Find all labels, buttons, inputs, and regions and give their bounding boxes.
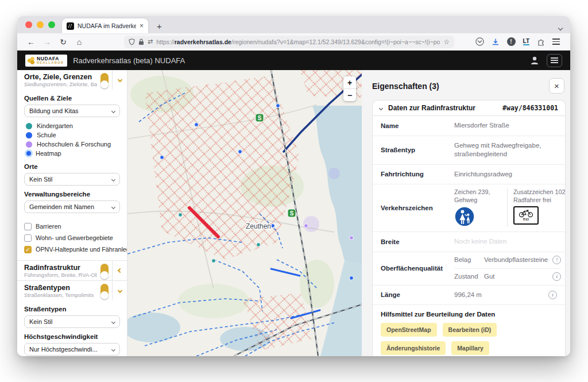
orte-label: Orte [24,163,120,170]
section-orte-ziele-grenzen[interactable]: Orte, Ziele, Grenzen Siedlungszentren, Z… [17,70,127,90]
info-icon[interactable]: i [548,291,557,299]
sign-zeichen-239: Zeichen 239, Gehweg [454,188,501,227]
legend-item-hochschulen: Hochschulen & Forschung [24,140,120,149]
app-menu-button[interactable] [547,54,562,67]
browser-toolbar: ← → ↻ ⌂ ⇄ https://radverkehrsatlas.de/re… [17,33,570,51]
tab-list-chevron-icon[interactable] [559,22,562,32]
chevron-down-icon [117,78,122,82]
new-tab-button[interactable]: + [157,21,162,31]
section-title: Radinfrastruktur [24,264,97,272]
legend-item-schule: Schule [24,130,120,140]
section-collapse-button[interactable] [113,70,127,90]
row-strassentyp: Straßentyp Gehweg mit Radwegfreigabe, st… [373,136,565,165]
map-graphics: S S Zeuthen [127,70,362,356]
languagetool-extension-icon[interactable]: LT [523,38,529,45]
shield-icon[interactable] [129,38,135,45]
openstreetmap-button[interactable]: OpenStreetMap [381,323,437,337]
minimize-window-button[interactable] [37,21,44,28]
browser-tab[interactable]: NUDAFA im Radverkehrsatlas × [62,18,148,33]
close-panel-button[interactable]: × [549,78,564,94]
mapillary-button[interactable]: Mapillary [451,341,489,355]
poi-legend: Kindergarten Schule Hochschulen & Forsch… [24,121,120,158]
svg-text:S: S [290,210,294,217]
user-icon[interactable] [529,55,540,65]
chevron-down-icon [111,109,115,113]
map-canvas[interactable]: S S Zeuthen + − [127,70,362,356]
properties-panel: Eigenschaften (3) × Daten zur Radinfrast… [362,70,570,356]
card-accordion-header[interactable]: Daten zur Radinfrastruktur #way/84633100… [373,101,565,116]
zoom-in-button[interactable]: + [343,76,356,88]
layer-sidebar: Orte, Ziele, Grenzen Siedlungszentren, Z… [17,70,127,356]
info-icon[interactable]: i [552,272,561,281]
desktop: NUDAFA im Radverkehrsatlas × + ← → ↻ ⌂ ⇄ [0,0,588,382]
checkbox-wohn-gewerbegebiete[interactable]: Wohn- und Gewerbegebiete [24,232,120,244]
section-collapse-button[interactable] [113,281,127,300]
zoom-out-button[interactable]: − [343,89,356,101]
orte-select[interactable]: Kein Stil [24,173,120,186]
bookmark-star-icon[interactable]: ☆ [443,38,450,46]
reload-icon[interactable]: ↻ [57,37,69,47]
svg-text:S: S [258,115,262,121]
chevron-left-icon [117,268,122,273]
tab-title: NUDAFA im Radverkehrsatlas [78,22,136,29]
section-toggle-switch[interactable] [100,284,109,298]
info-icon[interactable]: ! [552,256,561,264]
logo-flower-icon [28,57,35,64]
heatmap-dot-icon [26,151,31,156]
checkbox-icon[interactable] [24,223,32,230]
home-icon[interactable]: ⌂ [74,37,85,47]
lock-icon[interactable] [138,38,144,45]
section-strassentypen[interactable]: Straßentypen Straßenklassen, Tempolimits [17,280,127,300]
tab-close-icon[interactable]: × [140,22,144,30]
checkbox-barrieren[interactable]: Barrieren [24,221,120,232]
puzzle-extensions-icon[interactable] [537,38,545,46]
section-subtitle: Führungsform, Breite, RVA-Obe... [24,272,97,278]
close-window-button[interactable] [25,21,32,28]
sbahn-station-badge[interactable]: S [256,114,264,122]
section-expand-button[interactable] [113,261,127,280]
strassentypen-label: Straßentypen [24,306,120,312]
pedestrian-sign-icon [454,206,475,227]
hoechstgeschwindigkeit-select[interactable]: Nur Höchstgeschwindi... [24,343,120,356]
back-icon[interactable]: ← [25,37,37,47]
forward-icon[interactable]: → [41,37,53,47]
checkbox-oepnv-haltepunkte[interactable]: ✓ ÖPNV-Haltepunkte und Fähranleger [24,244,120,255]
tab-favicon-map-icon [67,22,74,30]
pocket-icon[interactable] [475,37,484,46]
blocker-extension-icon[interactable]: ! [507,37,516,46]
sbahn-station-badge[interactable]: S [288,209,296,217]
maximize-window-button[interactable] [48,21,55,28]
chevron-down-icon [117,288,122,293]
osm-way-id[interactable]: #way/846331001 [502,104,558,112]
bearbeiten-id-button[interactable]: Bearbeiten (iD) [443,323,497,337]
chevron-down-icon [111,177,115,181]
row-oberflaechenqualitaet: Oberflächenqualität Belag Verbundpflaste… [373,252,565,285]
section-toggle-switch[interactable] [100,73,109,87]
nudafa-logo[interactable]: NUDAFA REALLABOR [25,55,67,67]
url-text[interactable]: https://radverkehrsatlas.de/regionen/nud… [156,38,440,45]
section-toggle-switch[interactable] [100,264,109,277]
browser-menu-icon[interactable] [552,37,560,46]
permissions-swap-icon[interactable]: ⇄ [148,38,153,45]
section-radinfrastruktur[interactable]: Radinfrastruktur Führungsform, Breite, R… [17,260,127,280]
app-header: NUDAFA REALLABOR Radverkehrsatlas (beta)… [17,51,570,70]
downloads-icon[interactable] [492,38,500,46]
verwaltungsbereiche-label: Verwaltungsbereiche [24,191,120,198]
aenderungshistorie-button[interactable]: Änderungshistorie [381,341,446,355]
checkbox-icon[interactable] [24,234,32,242]
sign-zusatzzeichen-1022-10: Zusatzzeichen 1022-10, Radfahrer frei fr… [513,188,566,225]
url-bar[interactable]: ⇄ https://radverkehrsatlas.de/regionen/n… [124,36,454,48]
strassentypen-select[interactable]: Kein Stil [24,315,120,328]
quellen-ziele-label: Quellen & Ziele [24,95,120,102]
section-title: Orte, Ziele, Grenzen [24,73,97,81]
checkbox-checked-icon[interactable]: ✓ [24,246,32,253]
toolbar-extension-icons: ! LT [475,37,562,46]
section-subtitle: Straßenklassen, Tempolimits [24,292,97,298]
verwaltungsbereiche-select[interactable]: Gemeinden mit Namen [24,200,120,213]
panel-title: Eigenschaften (3) [372,82,439,91]
bicycle-frei-sign-icon: frei [513,206,539,225]
window-controls [25,21,55,28]
row-verkehrszeichen: Verkehrszeichen Zeichen 239, Gehweg [373,184,565,232]
radinfrastruktur-card: Daten zur Radinfrastruktur #way/84633100… [372,100,566,356]
quellen-ziele-select[interactable]: Bildung und Kitas [24,105,120,117]
